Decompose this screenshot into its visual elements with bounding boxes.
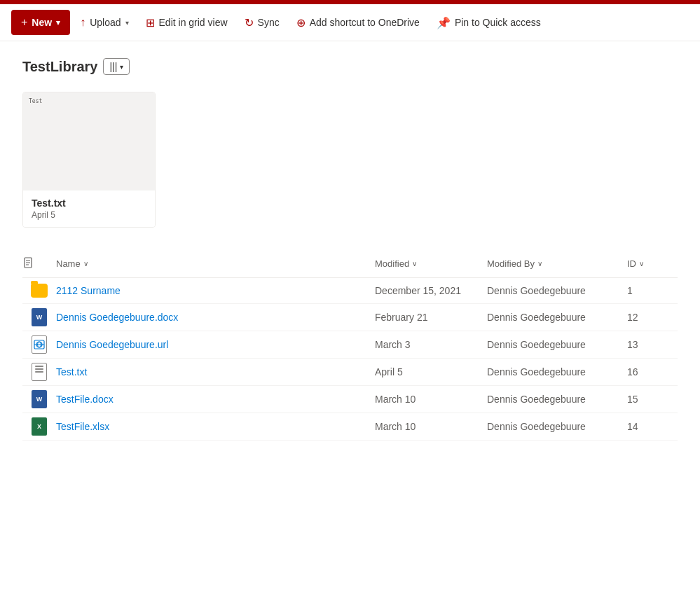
file-id-cell: 13 bbox=[622, 336, 678, 353]
txt-icon bbox=[32, 363, 47, 381]
file-icon-cell bbox=[22, 335, 50, 354]
new-chevron-icon: ▾ bbox=[56, 18, 60, 27]
file-icon-cell bbox=[22, 363, 50, 381]
upload-button[interactable]: ↑ Upload ▾ bbox=[73, 10, 135, 35]
upload-icon: ↑ bbox=[80, 16, 85, 29]
sync-label: Sync bbox=[258, 17, 280, 28]
new-button[interactable]: + New ▾ bbox=[11, 10, 70, 35]
modifiedby-sort-icon: ∨ bbox=[537, 260, 542, 268]
id-column-header[interactable]: ID ∨ bbox=[622, 256, 678, 272]
excel-icon: X bbox=[32, 417, 47, 436]
list-header: Name ∨ Modified ∨ Modified By ∨ ID ∨ bbox=[22, 250, 678, 278]
file-modified-cell: March 10 bbox=[369, 391, 481, 408]
sync-icon: ↻ bbox=[245, 16, 254, 29]
modifiedby-col-label: Modified By bbox=[487, 258, 535, 269]
file-id-cell: 1 bbox=[622, 282, 678, 299]
url-icon bbox=[32, 335, 47, 354]
id-col-label: ID bbox=[627, 258, 636, 269]
file-cards-container: Test Test.txt April 5 bbox=[22, 92, 678, 228]
grid-icon: ⊞ bbox=[146, 16, 155, 29]
table-row[interactable]: Test.txt April 5 Dennis Goedegebuure 16 bbox=[22, 359, 678, 386]
file-card[interactable]: Test Test.txt April 5 bbox=[22, 92, 156, 228]
file-modifiedby-cell: Dennis Goedegebuure bbox=[481, 336, 622, 353]
library-name: TestLibrary bbox=[22, 59, 97, 75]
file-modifiedby-cell: Dennis Goedegebuure bbox=[481, 309, 622, 326]
file-id-cell: 14 bbox=[622, 418, 678, 435]
shortcut-icon: ⊕ bbox=[296, 16, 306, 29]
library-title-row: TestLibrary ||| ▾ bbox=[22, 58, 678, 75]
file-name-cell[interactable]: TestFile.docx bbox=[50, 391, 369, 408]
new-label: New bbox=[32, 17, 52, 28]
pin-icon: 📌 bbox=[437, 16, 451, 29]
table-row[interactable]: Dennis Goedegebuure.url March 3 Dennis G… bbox=[22, 331, 678, 359]
file-modified-cell: April 5 bbox=[369, 363, 481, 380]
word-icon: W bbox=[32, 308, 47, 326]
add-shortcut-button[interactable]: ⊕ Add shortcut to OneDrive bbox=[289, 10, 427, 35]
modified-col-label: Modified bbox=[375, 258, 409, 269]
file-preview-text: Test bbox=[29, 98, 42, 104]
table-row[interactable]: X TestFile.xlsx March 10 Dennis Goedegeb… bbox=[22, 413, 678, 441]
file-card-name: Test.txt bbox=[32, 197, 146, 209]
edit-grid-button[interactable]: ⊞ Edit in grid view bbox=[139, 10, 235, 35]
file-modified-cell: December 15, 2021 bbox=[369, 282, 481, 299]
name-column-header[interactable]: Name ∨ bbox=[50, 256, 369, 272]
upload-chevron-icon: ▾ bbox=[125, 19, 129, 27]
id-sort-icon: ∨ bbox=[639, 260, 644, 268]
file-card-preview: Test bbox=[23, 92, 155, 190]
file-name-cell[interactable]: 2112 Surname bbox=[50, 282, 369, 299]
toolbar: + New ▾ ↑ Upload ▾ ⊞ Edit in grid view ↻… bbox=[0, 4, 700, 41]
table-row[interactable]: 2112 Surname December 15, 2021 Dennis Go… bbox=[22, 278, 678, 304]
file-type-sort-icon bbox=[22, 257, 34, 268]
file-modified-cell: March 3 bbox=[369, 336, 481, 353]
modified-sort-icon: ∨ bbox=[412, 260, 417, 268]
file-id-cell: 16 bbox=[622, 363, 678, 380]
file-modified-cell: March 10 bbox=[369, 418, 481, 435]
file-modifiedby-cell: Dennis Goedegebuure bbox=[481, 282, 622, 299]
file-rows-container: 2112 Surname December 15, 2021 Dennis Go… bbox=[22, 278, 678, 441]
header-icon-col bbox=[22, 257, 50, 270]
file-name-cell[interactable]: Dennis Goedegebuure.url bbox=[50, 336, 369, 353]
file-modified-cell: February 21 bbox=[369, 309, 481, 326]
file-card-info: Test.txt April 5 bbox=[23, 190, 155, 227]
modifiedby-column-header[interactable]: Modified By ∨ bbox=[481, 256, 622, 272]
file-modifiedby-cell: Dennis Goedegebuure bbox=[481, 418, 622, 435]
file-name-cell[interactable]: Test.txt bbox=[50, 363, 369, 380]
file-modifiedby-cell: Dennis Goedegebuure bbox=[481, 391, 622, 408]
sync-button[interactable]: ↻ Sync bbox=[238, 10, 287, 35]
table-row[interactable]: W TestFile.docx March 10 Dennis Goedegeb… bbox=[22, 386, 678, 413]
library-view-button[interactable]: ||| ▾ bbox=[103, 58, 130, 75]
word-icon: W bbox=[32, 390, 47, 408]
folder-icon bbox=[31, 284, 48, 298]
add-shortcut-label: Add shortcut to OneDrive bbox=[310, 17, 420, 28]
edit-grid-label: Edit in grid view bbox=[159, 17, 228, 28]
file-card-date: April 5 bbox=[32, 210, 146, 220]
file-name-cell[interactable]: Dennis Goedegebuure.docx bbox=[50, 309, 369, 326]
file-id-cell: 12 bbox=[622, 309, 678, 326]
file-modifiedby-cell: Dennis Goedegebuure bbox=[481, 363, 622, 380]
library-view-chevron: ▾ bbox=[120, 63, 123, 71]
pin-label: Pin to Quick access bbox=[455, 17, 541, 28]
file-id-cell: 15 bbox=[622, 391, 678, 408]
file-icon-cell: W bbox=[22, 390, 50, 408]
name-sort-icon: ∨ bbox=[83, 260, 88, 268]
library-view-icon: ||| bbox=[109, 61, 117, 72]
content-area: TestLibrary ||| ▾ Test Test.txt April 5 bbox=[0, 41, 700, 457]
file-icon-cell: W bbox=[22, 308, 50, 326]
name-col-label: Name bbox=[56, 258, 81, 269]
pin-button[interactable]: 📌 Pin to Quick access bbox=[430, 10, 548, 35]
table-row[interactable]: W Dennis Goedegebuure.docx February 21 D… bbox=[22, 304, 678, 331]
upload-label: Upload bbox=[90, 17, 121, 28]
file-icon-cell: X bbox=[22, 417, 50, 436]
file-list: Name ∨ Modified ∨ Modified By ∨ ID ∨ 211… bbox=[22, 250, 678, 441]
modified-column-header[interactable]: Modified ∨ bbox=[369, 256, 481, 272]
file-icon-cell bbox=[22, 284, 50, 298]
file-name-cell[interactable]: TestFile.xlsx bbox=[50, 418, 369, 435]
plus-icon: + bbox=[21, 16, 27, 29]
